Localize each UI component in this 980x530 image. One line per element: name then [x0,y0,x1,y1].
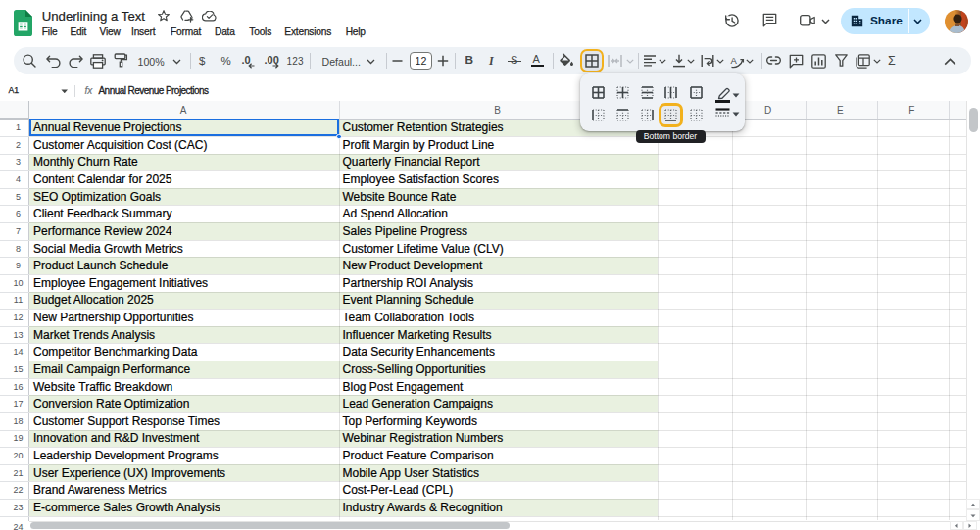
svg-text:A: A [731,54,738,65]
